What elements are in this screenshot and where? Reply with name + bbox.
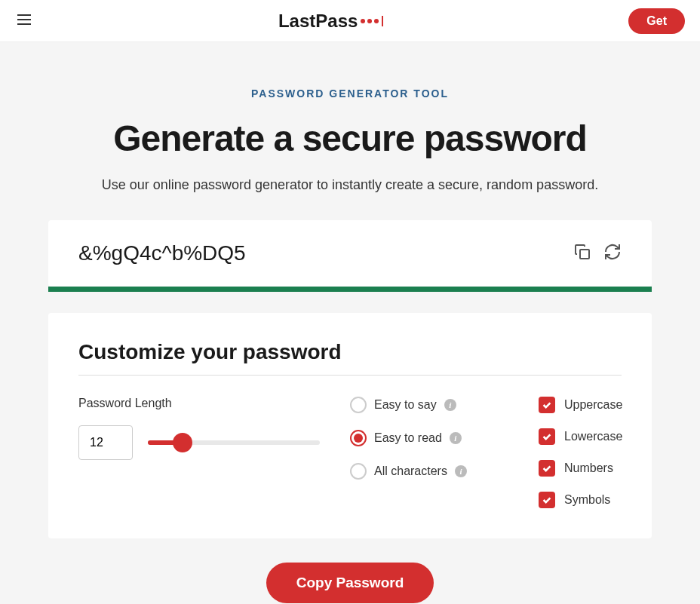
radio-label: Easy to read bbox=[374, 431, 442, 445]
refresh-icon[interactable] bbox=[603, 243, 622, 264]
character-types-group: Uppercase Lowercase Numbers Symbols bbox=[539, 397, 644, 508]
checkbox-icon bbox=[539, 492, 555, 508]
header: LastPass Get bbox=[0, 0, 700, 42]
info-icon[interactable]: i bbox=[450, 432, 462, 444]
eyebrow: PASSWORD GENERATOR TOOL bbox=[48, 87, 652, 100]
length-column: Password Length bbox=[78, 397, 320, 508]
check-label: Numbers bbox=[564, 461, 613, 475]
svg-rect-3 bbox=[580, 250, 589, 259]
password-actions bbox=[573, 243, 622, 264]
length-controls bbox=[78, 425, 320, 460]
radio-easy-to-say[interactable]: Easy to say i bbox=[350, 397, 508, 413]
subtitle: Use our online password generator to ins… bbox=[48, 177, 652, 193]
customize-panel: Customize your password Password Length … bbox=[48, 313, 652, 538]
check-label: Uppercase bbox=[564, 398, 622, 412]
options-grid: Password Length Easy to say i bbox=[78, 397, 622, 508]
checkbox-icon bbox=[539, 397, 555, 413]
main-content: PASSWORD GENERATOR TOOL Generate a secur… bbox=[0, 42, 700, 604]
length-input[interactable] bbox=[78, 425, 133, 460]
get-button[interactable]: Get bbox=[628, 8, 685, 34]
logo[interactable]: LastPass bbox=[278, 11, 383, 32]
copy-icon[interactable] bbox=[573, 243, 591, 264]
check-label: Symbols bbox=[564, 493, 610, 507]
checkbox-symbols[interactable]: Symbols bbox=[539, 492, 644, 508]
checkbox-numbers[interactable]: Numbers bbox=[539, 460, 644, 477]
radio-icon bbox=[350, 397, 367, 413]
length-label: Password Length bbox=[78, 397, 320, 410]
info-icon[interactable]: i bbox=[444, 399, 456, 411]
page-title: Generate a secure password bbox=[48, 118, 652, 159]
checkbox-uppercase[interactable]: Uppercase bbox=[539, 397, 644, 413]
radio-all-characters[interactable]: All characters i bbox=[350, 463, 508, 480]
copy-password-button[interactable]: Copy Password bbox=[266, 563, 434, 603]
check-label: Lowercase bbox=[564, 430, 622, 443]
radio-label: All characters bbox=[374, 464, 447, 478]
logo-text-1: Last bbox=[278, 11, 315, 32]
length-slider[interactable] bbox=[148, 440, 320, 445]
strength-indicator bbox=[48, 287, 652, 292]
generated-password: &%gQ4c^b%DQ5 bbox=[78, 241, 246, 265]
checkbox-lowercase[interactable]: Lowercase bbox=[539, 428, 644, 445]
charset-radio-group: Easy to say i Easy to read i All charact… bbox=[350, 397, 508, 508]
info-icon[interactable]: i bbox=[455, 465, 467, 477]
password-display-box: &%gQ4c^b%DQ5 bbox=[48, 220, 652, 287]
slider-thumb[interactable] bbox=[173, 433, 192, 452]
checkbox-icon bbox=[539, 460, 555, 477]
checkbox-icon bbox=[539, 428, 555, 445]
radio-icon bbox=[350, 463, 367, 480]
hamburger-menu-icon[interactable] bbox=[15, 11, 33, 32]
logo-dots-icon bbox=[361, 16, 383, 26]
radio-label: Easy to say bbox=[374, 398, 437, 412]
customize-title: Customize your password bbox=[78, 340, 622, 376]
radio-easy-to-read[interactable]: Easy to read i bbox=[350, 430, 508, 446]
radio-icon bbox=[350, 430, 367, 446]
logo-text-2: Pass bbox=[315, 11, 358, 32]
